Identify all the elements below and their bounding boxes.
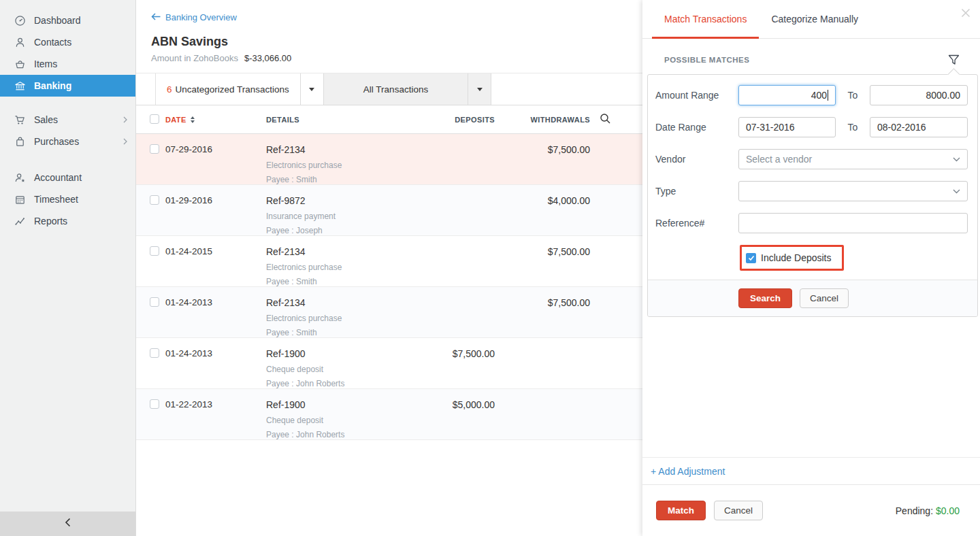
column-header-withdrawals[interactable]: WITHDRAWALS xyxy=(495,116,590,124)
type-select[interactable] xyxy=(738,181,968,201)
cell-deposit: $5,000.00 xyxy=(395,399,495,410)
panel-spacer xyxy=(642,317,980,457)
sidebar-item-accountant[interactable]: Accountant xyxy=(0,167,135,188)
amount-to-input[interactable]: 8000.00 xyxy=(870,85,968,105)
date-from-input[interactable]: 07-31-2016 xyxy=(738,117,836,137)
cell-reference: Ref-9872 xyxy=(266,195,395,206)
sidebar-item-label: Items xyxy=(34,58,57,69)
uncategorized-count-badge: 6 xyxy=(167,84,172,95)
chevron-left-icon xyxy=(65,518,71,530)
column-header-date[interactable]: DATE xyxy=(165,116,266,124)
annotation-highlight-box: Include Deposits xyxy=(740,245,844,271)
table-row[interactable]: 01-29-2016 Ref-9872 Insurance payment Pa… xyxy=(136,185,642,236)
sidebar-item-contacts[interactable]: Contacts xyxy=(0,31,135,53)
cell-description: Cheque deposit xyxy=(266,365,395,374)
banking-icon xyxy=(14,80,26,92)
reference-input[interactable] xyxy=(738,213,968,233)
cell-date: 01-29-2016 xyxy=(165,195,266,205)
timesheet-icon xyxy=(14,193,26,205)
panel-tab-bar: Match Transactions Categorize Manually xyxy=(642,0,980,39)
field-label: Date Range xyxy=(655,122,738,133)
date-to-input[interactable]: 08-02-2016 xyxy=(870,117,968,137)
field-label: Vendor xyxy=(655,154,738,165)
chevron-down-icon xyxy=(953,157,960,162)
sidebar-item-label: Purchases xyxy=(34,136,79,147)
row-checkbox[interactable] xyxy=(150,348,159,358)
row-checkbox[interactable] xyxy=(150,144,159,154)
purchases-icon xyxy=(14,135,26,148)
panel-cancel-button[interactable]: Cancel xyxy=(714,501,763,520)
match-button[interactable]: Match xyxy=(656,501,706,520)
sidebar-item-banking[interactable]: Banking xyxy=(0,75,135,97)
input-value: 08-02-2016 xyxy=(877,122,926,133)
main-content: Banking Overview ABN Savings Amount in Z… xyxy=(136,0,642,536)
filter-cancel-button[interactable]: Cancel xyxy=(800,288,849,308)
table-row[interactable]: 01-24-2013 Ref-1900 Cheque deposit Payee… xyxy=(136,338,642,389)
tab-match-transactions[interactable]: Match Transactions xyxy=(652,0,759,38)
row-checkbox[interactable] xyxy=(150,399,159,409)
search-icon[interactable] xyxy=(600,113,611,126)
app-window: Dashboard Contacts Items Banking Sales xyxy=(0,0,980,536)
cell-withdrawal: $7,500.00 xyxy=(495,297,590,308)
all-transactions-dropdown-arrow[interactable] xyxy=(468,73,491,105)
account-header: Banking Overview ABN Savings Amount in Z… xyxy=(136,0,642,63)
contacts-icon xyxy=(14,36,26,48)
table-row[interactable]: 01-24-2013 Ref-2134 Electronics purchase… xyxy=(136,287,642,338)
input-value: 07-31-2016 xyxy=(746,122,795,133)
select-placeholder: Select a vendor xyxy=(746,154,812,165)
tab-categorize-manually[interactable]: Categorize Manually xyxy=(759,0,870,38)
uncategorized-dropdown-arrow[interactable] xyxy=(300,73,323,105)
sidebar-item-label: Dashboard xyxy=(34,15,81,26)
chevron-right-icon xyxy=(123,138,127,145)
cell-reference: Ref-1900 xyxy=(266,348,395,359)
back-to-banking-overview-link[interactable]: Banking Overview xyxy=(151,12,237,22)
add-adjustment-link[interactable]: + Add Adjustment xyxy=(642,457,980,484)
sidebar-item-timesheet[interactable]: Timesheet xyxy=(0,188,135,210)
sidebar-group-divider xyxy=(0,97,135,109)
caret-down-icon xyxy=(309,88,314,91)
sidebar-item-items[interactable]: Items xyxy=(0,53,135,75)
cell-withdrawal: $7,500.00 xyxy=(495,144,590,155)
table-row[interactable]: 01-22-2013 Ref-1900 Cheque deposit Payee… xyxy=(136,389,642,440)
select-all-checkbox[interactable] xyxy=(150,114,159,124)
cell-description: Electronics purchase xyxy=(266,161,395,170)
sidebar-collapse-button[interactable] xyxy=(0,512,135,536)
tab-uncategorized-transactions[interactable]: 6 Uncategorized Transactions xyxy=(155,73,324,105)
table-header: DATE DETAILS DEPOSITS WITHDRAWALS xyxy=(136,105,642,134)
chevron-right-icon xyxy=(123,116,127,123)
cell-reference: Ref-2134 xyxy=(266,144,395,155)
table-row[interactable]: 07-29-2016 Ref-2134 Electronics purchase… xyxy=(136,134,642,185)
column-header-details[interactable]: DETAILS xyxy=(266,116,395,124)
sidebar: Dashboard Contacts Items Banking Sales xyxy=(0,0,136,536)
include-deposits-checkbox[interactable] xyxy=(746,253,756,263)
vendor-select[interactable]: Select a vendor xyxy=(738,149,968,169)
table-row[interactable]: 01-24-2015 Ref-2134 Electronics purchase… xyxy=(136,236,642,287)
cell-reference: Ref-1900 xyxy=(266,399,395,410)
cell-description: Electronics purchase xyxy=(266,263,395,272)
column-header-deposits[interactable]: DEPOSITS xyxy=(395,116,495,124)
sidebar-item-label: Accountant xyxy=(34,172,82,183)
sidebar-item-purchases[interactable]: Purchases xyxy=(0,131,135,152)
filter-icon[interactable] xyxy=(948,54,960,65)
search-button[interactable]: Search xyxy=(738,288,792,308)
row-checkbox[interactable] xyxy=(150,195,159,205)
amount-from-input[interactable]: 400 xyxy=(738,85,836,105)
cell-date: 07-29-2016 xyxy=(165,144,266,154)
sidebar-item-reports[interactable]: Reports xyxy=(0,210,135,232)
sidebar-item-label: Sales xyxy=(34,114,58,125)
reports-icon xyxy=(14,215,26,227)
include-deposits-row: Include Deposits xyxy=(655,245,968,271)
input-value: 400 xyxy=(811,90,827,101)
field-label: Amount Range xyxy=(655,90,738,101)
pending-label: Pending: xyxy=(896,505,933,516)
row-checkbox[interactable] xyxy=(150,246,159,256)
row-checkbox[interactable] xyxy=(150,297,159,307)
sidebar-item-sales[interactable]: Sales xyxy=(0,109,135,131)
close-icon[interactable] xyxy=(961,8,970,18)
sidebar-item-dashboard[interactable]: Dashboard xyxy=(0,10,135,31)
tab-all-transactions[interactable]: All Transactions xyxy=(324,73,491,105)
cell-reference: Ref-2134 xyxy=(266,246,395,257)
cell-date: 01-24-2013 xyxy=(165,297,266,307)
cell-date: 01-24-2015 xyxy=(165,246,266,256)
cell-description: Electronics purchase xyxy=(266,314,395,323)
